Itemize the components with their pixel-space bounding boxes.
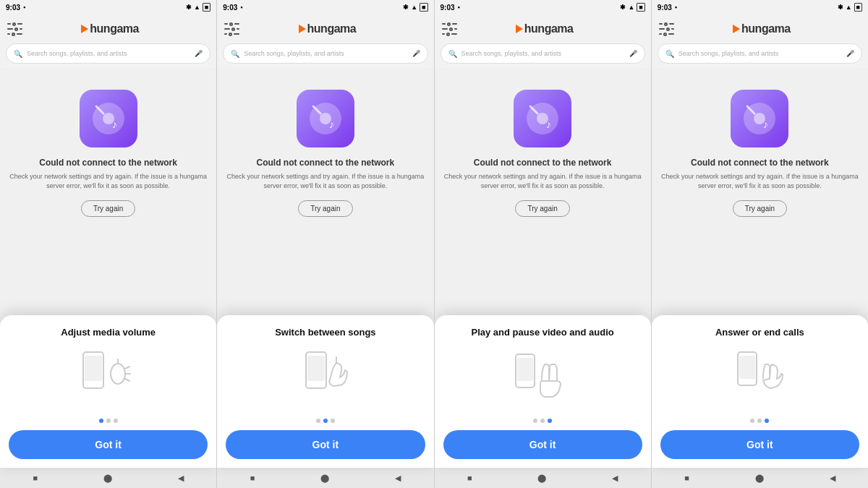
bluetooth-icon-3: ✱ bbox=[620, 4, 626, 11]
battery-icon-1: ■ bbox=[203, 3, 210, 12]
status-bar-1: 9:03 ▪ ✱ ▲ ■ bbox=[0, 0, 216, 14]
error-icon-3: ♪ bbox=[514, 90, 571, 147]
dot-1-3 bbox=[114, 419, 118, 423]
status-right-3: ✱ ▲ ■ bbox=[620, 3, 644, 12]
nav-circle-2[interactable]: ⬤ bbox=[320, 474, 329, 483]
modal-title-4: Answer or end calls bbox=[715, 327, 804, 338]
svg-rect-23 bbox=[517, 358, 533, 381]
error-svg-4: ♪ bbox=[741, 100, 778, 137]
hungama-logo-3: hungama bbox=[516, 22, 574, 35]
status-time-3: 9:03 bbox=[441, 4, 455, 12]
gesture-illus-1 bbox=[9, 346, 208, 411]
dots-4 bbox=[750, 419, 769, 423]
logo-text-4: hungama bbox=[741, 22, 791, 35]
logo-triangle-4 bbox=[733, 25, 740, 33]
search-bar-3[interactable]: 🔍 Search songs, playlists, and artists 🎤 bbox=[441, 43, 645, 64]
nav-square-3[interactable]: ■ bbox=[467, 474, 472, 482]
svg-text:♪: ♪ bbox=[546, 119, 551, 130]
dot-4-3 bbox=[765, 419, 769, 423]
error-title-4: Could not connect to the network bbox=[691, 158, 829, 168]
svg-line-8 bbox=[125, 367, 129, 369]
svg-rect-29 bbox=[739, 356, 755, 379]
error-title-1: Could not connect to the network bbox=[39, 158, 177, 168]
svg-text:♪: ♪ bbox=[763, 119, 768, 130]
error-title-3: Could not connect to the network bbox=[474, 158, 612, 168]
nav-circle-4[interactable]: ⬤ bbox=[755, 474, 764, 483]
dot-2-3 bbox=[331, 419, 335, 423]
battery-icon-2: ■ bbox=[420, 3, 427, 12]
status-bar-2: 9:03 ▪ ✱ ▲ ■ bbox=[217, 0, 433, 14]
nav-square-4[interactable]: ■ bbox=[684, 474, 689, 482]
got-it-btn-2[interactable]: Got it bbox=[226, 430, 425, 459]
logo-triangle-1 bbox=[81, 25, 88, 33]
svg-text:♪: ♪ bbox=[112, 119, 117, 130]
status-wifi-1: ▪ bbox=[23, 4, 25, 11]
search-icon-3: 🔍 bbox=[448, 50, 457, 58]
svg-point-6 bbox=[111, 364, 125, 384]
logo-text-3: hungama bbox=[524, 22, 574, 35]
svg-rect-5 bbox=[85, 356, 102, 381]
status-left-1: 9:03 ▪ bbox=[6, 4, 25, 12]
bottom-modal-1: Adjust media volume Go bbox=[0, 315, 216, 468]
dot-3-2 bbox=[540, 419, 545, 423]
try-again-btn-1[interactable]: Try again bbox=[81, 200, 135, 217]
nav-square-2[interactable]: ■ bbox=[250, 474, 255, 482]
nav-circle-3[interactable]: ⬤ bbox=[537, 474, 546, 483]
nav-back-2[interactable]: ◀ bbox=[395, 474, 401, 483]
error-svg-3: ♪ bbox=[524, 100, 561, 137]
search-bar-1[interactable]: 🔍 Search songs, playlists, and artists 🎤 bbox=[6, 43, 210, 64]
filter-icon-3[interactable] bbox=[442, 22, 457, 36]
screen-1: 9:03 ▪ ✱ ▲ ■ hungama 🔍 Search songs bbox=[0, 0, 217, 488]
nav-back-1[interactable]: ◀ bbox=[178, 474, 184, 483]
top-bar-1: hungama bbox=[0, 14, 216, 43]
wifi-icon-2: ▲ bbox=[411, 4, 417, 11]
dots-3 bbox=[533, 419, 552, 423]
mic-icon-1[interactable]: 🎤 bbox=[195, 50, 203, 57]
got-it-btn-1[interactable]: Got it bbox=[9, 430, 208, 459]
try-again-btn-2[interactable]: Try again bbox=[298, 200, 352, 217]
mic-icon-3[interactable]: 🎤 bbox=[629, 50, 637, 57]
status-left-3: 9:03 ▪ bbox=[441, 4, 460, 12]
wifi-icon-4: ▲ bbox=[846, 4, 852, 11]
status-wifi-4: ▪ bbox=[675, 4, 677, 11]
status-wifi-2: ▪ bbox=[240, 4, 242, 11]
nav-circle-1[interactable]: ⬤ bbox=[103, 474, 112, 483]
got-it-btn-3[interactable]: Got it bbox=[443, 430, 642, 459]
search-bar-4[interactable]: 🔍 Search songs, playlists, and artists 🎤 bbox=[658, 43, 862, 64]
bottom-modal-2: Switch between songs Got it bbox=[217, 315, 433, 468]
search-bar-2[interactable]: 🔍 Search songs, playlists, and artists 🎤 bbox=[223, 43, 427, 64]
nav-square-1[interactable]: ■ bbox=[33, 474, 38, 482]
bottom-modal-4: Answer or end calls Got it bbox=[652, 315, 868, 468]
wifi-icon-3: ▲ bbox=[628, 4, 634, 11]
nav-back-3[interactable]: ◀ bbox=[612, 474, 618, 483]
modal-title-2: Switch between songs bbox=[275, 327, 375, 338]
status-bar-4: 9:03 ▪ ✱ ▲ ■ bbox=[652, 0, 868, 14]
wifi-icon-1: ▲ bbox=[194, 4, 200, 11]
hungama-logo-4: hungama bbox=[733, 22, 791, 35]
bottom-nav-4: ■ ⬤ ◀ bbox=[652, 468, 868, 488]
screen-2: 9:03 ▪ ✱ ▲ ■ hungama 🔍 Search songs bbox=[217, 0, 434, 488]
mic-icon-4[interactable]: 🎤 bbox=[846, 50, 854, 57]
dots-2 bbox=[316, 419, 335, 423]
nav-back-4[interactable]: ◀ bbox=[830, 474, 835, 483]
gesture-illus-2 bbox=[226, 346, 425, 411]
mic-icon-2[interactable]: 🎤 bbox=[412, 50, 420, 57]
screen-4: 9:03 ▪ ✱ ▲ ■ hungama 🔍 Search songs bbox=[652, 0, 868, 488]
logo-triangle-3 bbox=[516, 25, 523, 33]
status-wifi-3: ▪ bbox=[458, 4, 460, 11]
status-left-2: 9:03 ▪ bbox=[223, 4, 242, 12]
battery-icon-4: ■ bbox=[854, 3, 862, 12]
bottom-nav-3: ■ ⬤ ◀ bbox=[435, 468, 651, 488]
filter-icon-4[interactable] bbox=[659, 22, 674, 36]
filter-icon-2[interactable] bbox=[224, 22, 239, 36]
try-again-btn-3[interactable]: Try again bbox=[515, 200, 569, 217]
error-icon-4: ♪ bbox=[731, 90, 788, 147]
got-it-btn-4[interactable]: Got it bbox=[660, 430, 859, 459]
status-time-1: 9:03 bbox=[6, 4, 20, 12]
error-svg-2: ♪ bbox=[307, 100, 344, 137]
bluetooth-icon-2: ✱ bbox=[403, 4, 409, 11]
dot-1-1 bbox=[99, 419, 103, 423]
error-title-2: Could not connect to the network bbox=[257, 158, 395, 168]
try-again-btn-4[interactable]: Try again bbox=[733, 200, 787, 217]
filter-icon-1[interactable] bbox=[7, 22, 22, 36]
